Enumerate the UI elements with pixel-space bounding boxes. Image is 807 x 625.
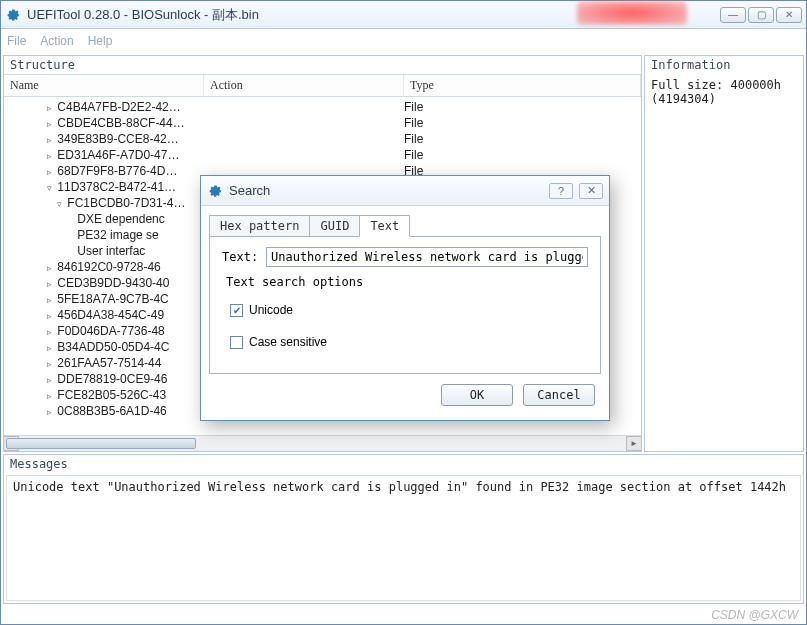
watermark: CSDN @GXCW — [711, 608, 798, 622]
tab-text[interactable]: Text — [359, 215, 410, 237]
tab-guid[interactable]: GUID — [309, 215, 360, 236]
search-text-input[interactable] — [266, 247, 588, 267]
information-body: Full size: 400000h (4194304) — [645, 74, 803, 110]
search-tabs: Hex pattern GUID Text — [209, 214, 601, 236]
tree-row[interactable]: ▹ ED31A46F-A7D0-47…File — [4, 147, 641, 163]
tab-hex-pattern[interactable]: Hex pattern — [209, 215, 310, 236]
ok-button[interactable]: OK — [441, 384, 513, 406]
checkbox-icon: ✔ — [230, 304, 243, 317]
menu-help[interactable]: Help — [88, 34, 113, 48]
help-button[interactable]: ? — [549, 183, 573, 199]
information-title: Information — [645, 56, 803, 74]
tab-panel-text: Text: Text search options ✔ Unicode Case… — [209, 236, 601, 374]
dialog-titlebar[interactable]: Search ? ✕ — [201, 176, 609, 206]
cancel-button[interactable]: Cancel — [523, 384, 595, 406]
blurred-overlay — [577, 1, 687, 25]
unicode-label: Unicode — [249, 303, 293, 317]
messages-body[interactable]: Unicode text "Unauthorized Wireless netw… — [6, 475, 801, 601]
dialog-close-button[interactable]: ✕ — [579, 183, 603, 199]
minimize-button[interactable]: — — [720, 7, 746, 23]
col-name[interactable]: Name — [4, 75, 204, 96]
scroll-right-icon[interactable]: ► — [626, 436, 641, 451]
titlebar: UEFITool 0.28.0 - BIOSunlock - 副本.bin — … — [1, 1, 806, 29]
options-label: Text search options — [222, 275, 588, 289]
tree-row[interactable]: ▹ 349E83B9-CCE8-42…File — [4, 131, 641, 147]
messages-title: Messages — [4, 455, 803, 473]
menu-action[interactable]: Action — [40, 34, 73, 48]
col-action[interactable]: Action — [204, 75, 404, 96]
menu-file[interactable]: File — [7, 34, 26, 48]
text-label: Text: — [222, 250, 266, 264]
scroll-thumb[interactable] — [6, 438, 196, 449]
case-sensitive-checkbox[interactable]: Case sensitive — [230, 335, 588, 349]
maximize-button[interactable]: ▢ — [748, 7, 774, 23]
gear-icon — [207, 183, 223, 199]
tree-row[interactable]: ▹ CBDE4CBB-88CF-44…File — [4, 115, 641, 131]
messages-panel: Messages Unicode text "Unauthorized Wire… — [3, 454, 804, 604]
checkbox-icon — [230, 336, 243, 349]
menubar: File Action Help — [1, 29, 806, 53]
dialog-title: Search — [229, 183, 549, 198]
col-type[interactable]: Type — [404, 75, 641, 96]
h-scrollbar[interactable]: ◄ ► — [4, 435, 641, 451]
tree-row[interactable]: ▹ C4B4A7FB-D2E2-42…File — [4, 99, 641, 115]
unicode-checkbox[interactable]: ✔ Unicode — [230, 303, 588, 317]
statusbar: CSDN @GXCW — [1, 606, 806, 624]
information-panel: Information Full size: 400000h (4194304) — [644, 55, 804, 452]
search-dialog: Search ? ✕ Hex pattern GUID Text Text: T… — [200, 175, 610, 421]
gear-icon — [5, 7, 21, 23]
case-label: Case sensitive — [249, 335, 327, 349]
close-button[interactable]: ✕ — [776, 7, 802, 23]
structure-title: Structure — [4, 56, 641, 74]
